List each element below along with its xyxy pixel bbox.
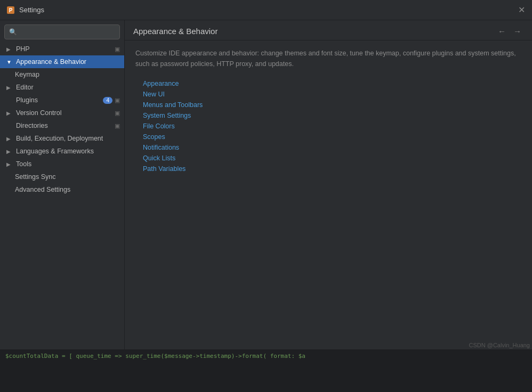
sidebar-item-label: Languages & Frameworks <box>16 148 120 155</box>
search-input[interactable] <box>20 28 115 36</box>
content-title: Appearance & Behavior <box>133 27 496 36</box>
pin-icon: ▣ <box>115 97 120 104</box>
sidebar-item-label: Settings Sync <box>15 173 55 181</box>
sidebar-item-php[interactable]: ▶ PHP ▣ <box>0 43 124 55</box>
chevron-icon: ▶ <box>6 85 14 91</box>
link-quick-lists[interactable]: Quick Lists <box>143 153 521 163</box>
chevron-icon: ▶ <box>6 110 14 116</box>
content-header: Appearance & Behavior ← → <box>125 20 532 40</box>
sidebar-item-editor[interactable]: ▶ Editor <box>0 81 124 94</box>
link-file-colors[interactable]: File Colors <box>143 121 521 131</box>
ok-button[interactable]: OK <box>415 373 441 388</box>
search-icon: 🔍 <box>9 28 17 36</box>
sidebar-item-advanced-settings[interactable]: Advanced Settings <box>0 183 124 196</box>
content-area: Appearance & Behavior ← → Customize IDE … <box>125 20 532 369</box>
link-path-variables[interactable]: Path Variables <box>143 164 521 174</box>
nav-buttons: ← → <box>496 26 523 37</box>
link-system-settings[interactable]: System Settings <box>143 111 521 120</box>
chevron-icon: ▶ <box>6 46 14 52</box>
link-menus-toolbars[interactable]: Menus and Toolbars <box>143 100 521 110</box>
app-icon: P <box>6 6 15 14</box>
sidebar-item-version-control[interactable]: ▶ Version Control ▣ <box>0 107 124 119</box>
svg-text:P: P <box>9 7 13 13</box>
watermark: CSDN @Calvin_Huang <box>469 342 530 348</box>
link-appearance[interactable]: Appearance <box>143 79 521 88</box>
settings-dialog: P Settings ✕ 🔍 ▶ PHP ▣ ▼ Appearance & Be… <box>0 0 532 392</box>
sidebar-item-appearance-behavior[interactable]: ▼ Appearance & Behavior <box>0 55 124 68</box>
dialog-footer: OK Cancel Apply <box>0 369 532 392</box>
content-description: Customize IDE appearance and behavior: c… <box>135 48 521 69</box>
sidebar-item-label: Advanced Settings <box>15 186 70 193</box>
back-button[interactable]: ← <box>496 26 508 37</box>
plugins-badge: 4 <box>103 97 112 104</box>
sidebar-item-label: Build, Execution, Deployment <box>16 135 120 142</box>
sidebar-item-plugins[interactable]: Plugins 4 ▣ <box>0 94 124 107</box>
link-scopes[interactable]: Scopes <box>143 132 521 142</box>
chevron-icon: ▶ <box>6 161 14 167</box>
sidebar-item-settings-sync[interactable]: Settings Sync <box>0 170 124 183</box>
chevron-icon: ▼ <box>6 59 14 65</box>
forward-button[interactable]: → <box>511 26 523 37</box>
sidebar-item-label: Editor <box>16 84 120 91</box>
sidebar-item-languages[interactable]: ▶ Languages & Frameworks <box>0 145 124 158</box>
sidebar-item-label: Version Control <box>16 109 115 117</box>
sidebar-item-tools[interactable]: ▶ Tools <box>0 158 124 170</box>
close-button[interactable]: ✕ <box>517 6 526 14</box>
sidebar-item-directories[interactable]: Directories ▣ <box>0 119 124 132</box>
chevron-icon: ▶ <box>6 149 14 154</box>
sidebar-item-keymap[interactable]: Keymap <box>0 68 124 81</box>
chevron-icon: ▶ <box>6 136 14 142</box>
sidebar: 🔍 ▶ PHP ▣ ▼ Appearance & Behavior Keymap… <box>0 20 125 369</box>
sidebar-item-label: Tools <box>16 160 120 168</box>
pin-icon: ▣ <box>115 123 120 129</box>
title-bar: P Settings ✕ <box>0 0 532 20</box>
sidebar-item-label: Directories <box>16 122 115 129</box>
window-title: Settings <box>19 6 517 14</box>
content-body: Customize IDE appearance and behavior: c… <box>125 40 532 369</box>
sidebar-item-label: Plugins <box>16 96 103 104</box>
dialog-body: 🔍 ▶ PHP ▣ ▼ Appearance & Behavior Keymap… <box>0 20 532 369</box>
sidebar-item-label: PHP <box>16 45 115 53</box>
link-list: Appearance New UI Menus and Toolbars Sys… <box>135 79 521 174</box>
apply-button[interactable]: Apply <box>489 373 523 388</box>
search-box[interactable]: 🔍 <box>4 24 120 39</box>
sidebar-item-label: Keymap <box>15 71 39 78</box>
pin-icon: ▣ <box>115 46 120 53</box>
link-notifications[interactable]: Notifications <box>143 143 521 152</box>
link-new-ui[interactable]: New UI <box>143 89 521 99</box>
pin-icon: ▣ <box>115 110 120 117</box>
sidebar-item-build[interactable]: ▶ Build, Execution, Deployment <box>0 132 124 145</box>
sidebar-item-label: Appearance & Behavior <box>16 58 120 66</box>
cancel-button[interactable]: Cancel <box>446 373 485 388</box>
